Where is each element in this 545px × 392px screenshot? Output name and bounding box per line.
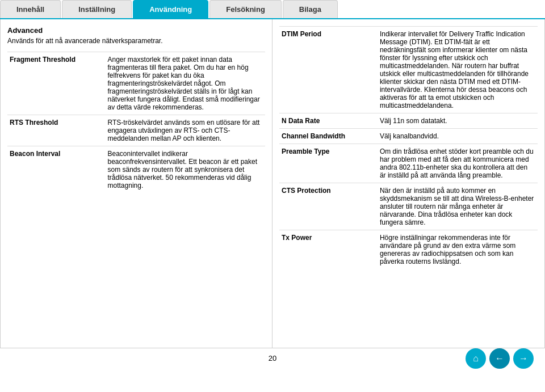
table-row: N Data Rate Välj 11n som datatakt. [279,113,538,129]
param-term: N Data Rate [279,113,378,129]
param-term: Tx Power [279,230,378,269]
param-desc: När den är inställd på auto kommer en sk… [378,183,538,230]
param-desc: Välj 11n som datatakt. [378,113,538,129]
left-panel: Advanced Används för att nå avancerade n… [1,19,272,348]
advanced-title: Advanced [7,26,265,35]
nav-tab-inställning[interactable]: Inställning [62,0,132,18]
right-panel: DTIM Period Indikerar intervallet för De… [272,19,544,348]
param-term: Preamble Type [279,144,378,183]
left-param-table: Fragment Threshold Anger maxstorlek för … [7,52,265,193]
nav-tab-användning[interactable]: Användning [133,0,208,18]
param-desc: Om din trådlösa enhet stöder kort preamb… [378,144,538,183]
table-row: Channel Bandwidth Välj kanalbandvidd. [279,129,538,144]
param-term: CTS Protection [279,183,378,230]
param-term: RTS Threshold [7,115,106,146]
param-desc: Välj kanalbandvidd. [378,129,538,144]
next-button[interactable]: → [513,348,534,369]
table-row: DTIM Period Indikerar intervallet för De… [279,27,538,113]
nav-tabs: InnehållInställningAnvändningFelsökningB… [0,0,545,19]
param-term: Fragment Threshold [7,52,106,115]
home-button[interactable]: ⌂ [466,348,486,369]
param-term: Beacon Interval [7,146,106,193]
content-area: Advanced Används för att nå avancerade n… [0,19,545,348]
nav-buttons: ⌂ ← → [466,348,534,369]
param-desc: Anger maxstorlek för ett paket innan dat… [106,52,265,115]
param-desc: Beaconintervallet indikerar beaconfrekve… [106,146,265,193]
page-number: 20 [269,354,276,363]
param-term: Channel Bandwidth [279,129,378,144]
param-desc: Högre inställningar rekommenderas inte f… [378,230,538,269]
table-row: Fragment Threshold Anger maxstorlek för … [7,52,265,115]
table-row: CTS Protection När den är inställd på au… [279,183,538,230]
table-row: Tx Power Högre inställningar rekommender… [279,230,538,269]
advanced-subtitle: Används för att nå avancerade nätverkspa… [7,37,265,45]
footer: 20 ⌂ ← → [0,348,545,368]
table-row: Preamble Type Om din trådlösa enhet stöd… [279,144,538,183]
nav-tab-felsökning[interactable]: Felsökning [209,0,282,18]
table-row: Beacon Interval Beaconintervallet indike… [7,146,265,193]
nav-tab-bilaga[interactable]: Bilaga [283,0,338,18]
nav-tab-innehåll[interactable]: Innehåll [0,0,61,18]
table-row: RTS Threshold RTS-tröskelvärdet används … [7,115,265,146]
right-param-table: DTIM Period Indikerar intervallet för De… [279,26,538,269]
param-desc: Indikerar intervallet för Delivery Traff… [378,27,538,113]
param-term: DTIM Period [279,27,378,113]
prev-button[interactable]: ← [489,348,510,369]
param-desc: RTS-tröskelvärdet används som en utlösar… [106,115,265,146]
